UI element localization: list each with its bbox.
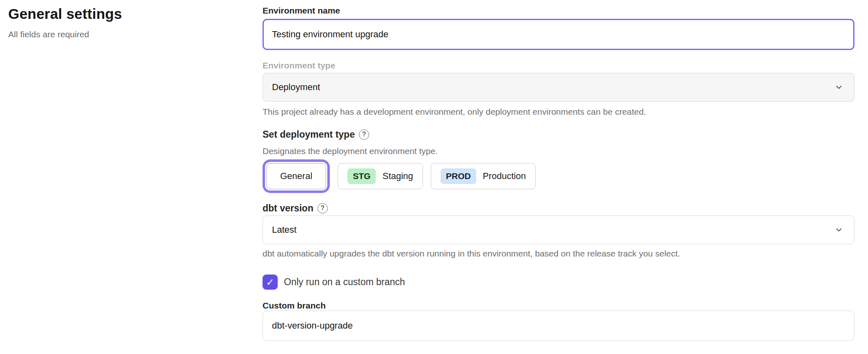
deployment-type-label-row: Set deployment type ? xyxy=(263,129,854,140)
custom-branch-toggle-label[interactable]: Only run on a custom branch xyxy=(284,277,405,288)
production-badge: PROD xyxy=(441,168,476,184)
environment-name-input[interactable] xyxy=(263,19,854,50)
help-icon[interactable]: ? xyxy=(359,129,369,140)
page-subtitle: All fields are required xyxy=(8,30,238,39)
deployment-type-helper: Designates the deployment environment ty… xyxy=(263,145,854,157)
check-icon: ✓ xyxy=(266,277,274,288)
deployment-type-production-button[interactable]: PROD Production xyxy=(431,163,536,189)
deployment-type-general-label: General xyxy=(280,171,312,182)
environment-type-select[interactable]: Deployment xyxy=(263,73,854,102)
custom-branch-toggle-row: ✓ Only run on a custom branch xyxy=(263,275,854,290)
help-icon[interactable]: ? xyxy=(318,203,328,213)
environment-type-label: Environment type xyxy=(263,60,854,71)
environment-settings-form: Environment name Environment type Deploy… xyxy=(263,0,854,354)
dbt-version-helper: dbt automatically upgrades the dbt versi… xyxy=(263,247,854,260)
deployment-type-label: Set deployment type xyxy=(263,129,355,140)
deployment-type-production-label: Production xyxy=(483,171,526,182)
custom-branch-checkbox[interactable]: ✓ xyxy=(263,275,278,290)
custom-branch-label: Custom branch xyxy=(263,300,854,311)
deployment-type-general-button[interactable]: General xyxy=(266,163,326,189)
dbt-version-label-row: dbt version ? xyxy=(263,202,854,214)
chevron-down-icon xyxy=(834,83,843,92)
deployment-type-staging-label: Staging xyxy=(382,171,413,182)
environment-type-value: Deployment xyxy=(272,82,320,93)
staging-badge: STG xyxy=(347,168,376,184)
dbt-version-select[interactable]: Latest xyxy=(263,216,854,244)
dbt-version-label: dbt version xyxy=(263,202,313,214)
deployment-type-staging-button[interactable]: STG Staging xyxy=(338,163,423,189)
chevron-down-icon xyxy=(834,225,843,234)
environment-type-helper: This project already has a development e… xyxy=(263,106,854,118)
settings-header: General settings All fields are required xyxy=(8,6,238,39)
custom-branch-input[interactable] xyxy=(263,311,854,341)
deployment-type-options: General STG Staging PROD Production xyxy=(263,163,854,189)
environment-name-label: Environment name xyxy=(263,5,854,16)
dbt-version-value: Latest xyxy=(272,225,297,235)
page-title: General settings xyxy=(8,6,238,22)
